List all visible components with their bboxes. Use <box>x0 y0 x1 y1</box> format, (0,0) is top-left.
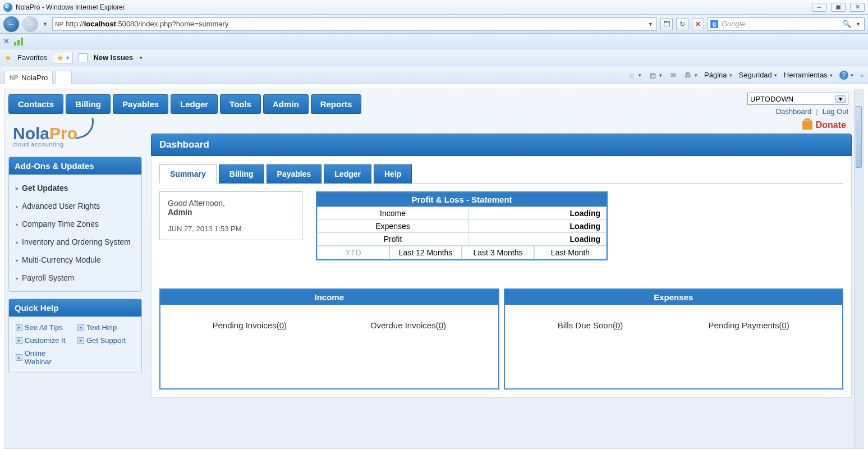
addon-item-rights[interactable]: Advanced User Rights <box>9 197 141 215</box>
bills-due-soon[interactable]: Bills Due Soon(0) <box>558 320 623 330</box>
subtab-summary[interactable]: Summary <box>159 164 217 184</box>
ie-logo-icon <box>3 3 12 12</box>
scrollbar[interactable] <box>854 89 863 448</box>
qh-support[interactable]: ▸Get Support <box>77 336 135 345</box>
pl-btn-ytd[interactable]: YTD <box>317 246 389 259</box>
tip-icon: ▸ <box>16 337 22 344</box>
overdue-invoices[interactable]: Overdue Invoices(0) <box>370 320 446 330</box>
app-frame: Contacts Billing Payables Ledger Tools A… <box>4 89 864 449</box>
tip-icon: ▸ <box>77 337 84 344</box>
greeting-timestamp: JUN 27, 2013 1:53 PM <box>168 224 294 233</box>
subtab-help[interactable]: Help <box>374 164 412 184</box>
compat-view-button[interactable]: 🗔 <box>660 18 673 30</box>
search-dropdown-icon[interactable]: ▼ <box>855 21 862 27</box>
menu-payables[interactable]: Payables <box>113 94 168 114</box>
pl-row-value: Loading <box>468 220 606 233</box>
menu-reports[interactable]: Reports <box>311 94 362 114</box>
addon-item-currency[interactable]: Multi-Currency Module <box>9 251 141 269</box>
donate-link[interactable]: Donate <box>802 120 846 130</box>
qh-see-tips[interactable]: ▸See All Tips <box>16 323 73 332</box>
quickhelp-panel: Quick Help ▸See All Tips ▸Text Help ▸Cus… <box>8 299 142 373</box>
back-button[interactable]: ← <box>3 16 19 32</box>
menu-billing[interactable]: Billing <box>66 94 111 114</box>
search-box[interactable]: g Google 🔍 ▼ <box>708 17 865 31</box>
tools-menu[interactable]: Herramientas▾ <box>784 71 834 79</box>
menu-ledger[interactable]: Ledger <box>171 94 218 114</box>
pl-btn-1m[interactable]: Last Month <box>534 246 607 259</box>
address-dropdown-icon[interactable]: ▼ <box>647 21 654 27</box>
tip-icon: ▸ <box>77 324 84 331</box>
addon-item-payroll[interactable]: Payroll System <box>9 269 141 287</box>
pl-btn-12m[interactable]: Last 12 Months <box>389 246 462 259</box>
pl-btn-3m[interactable]: Last 3 Months <box>462 246 534 259</box>
addon-item-inventory[interactable]: Inventory and Ordering System <box>9 233 141 251</box>
search-icon[interactable]: 🔍 <box>842 20 851 28</box>
new-tab-button[interactable] <box>55 71 72 84</box>
pl-row-value: Loading <box>468 233 606 246</box>
pl-row-label: Profit <box>318 233 469 246</box>
pl-title: Profit & Loss - Statement <box>317 193 607 207</box>
history-dropdown-icon[interactable]: ▼ <box>42 21 49 27</box>
pending-invoices[interactable]: Pending Invoices(0) <box>212 320 287 330</box>
search-placeholder: Google <box>722 20 745 28</box>
pending-payments[interactable]: Pending Payments(0) <box>709 320 789 330</box>
forward-button[interactable]: → <box>22 16 38 32</box>
tab-favicon: NP <box>10 74 18 81</box>
expand-icon[interactable]: » <box>860 72 864 79</box>
quickhelp-header: Quick Help <box>9 299 141 317</box>
viewport: Contacts Billing Payables Ledger Tools A… <box>0 84 868 449</box>
qh-customize[interactable]: ▸Customize It <box>16 336 73 345</box>
menu-admin[interactable]: Admin <box>263 94 309 114</box>
addons-header: Add-Ons & Updates <box>9 157 141 175</box>
profit-loss-widget: Profit & Loss - Statement IncomeLoading … <box>316 191 608 260</box>
addon-item-timezones[interactable]: Company Time Zones <box>9 215 141 233</box>
new-issues-link[interactable]: New Issues <box>93 53 133 62</box>
browser-tab[interactable]: NP NolaPro <box>4 71 53 84</box>
help-menu[interactable]: ?▾ <box>839 71 855 80</box>
page-menu[interactable]: Página▾ <box>704 71 733 79</box>
tip-icon: ▸ <box>16 354 22 361</box>
url-text: http://localhost:50080/index.php?home=su… <box>66 20 645 28</box>
greeting-user: Admin <box>168 208 192 217</box>
address-bar[interactable]: NP http://localhost:50080/index.php?home… <box>52 17 657 31</box>
rss-icon: ▤ <box>648 71 657 80</box>
subtab-ledger[interactable]: Ledger <box>324 164 371 184</box>
mail-button[interactable]: ✉ <box>669 71 678 80</box>
star-icon[interactable]: ★ <box>4 53 12 62</box>
new-issues-dropdown-icon[interactable]: ▾ <box>139 55 144 61</box>
window-title: NolaPro - Windows Internet Explorer <box>16 3 125 11</box>
subtab-payables[interactable]: Payables <box>267 164 322 184</box>
mail-icon: ✉ <box>669 71 678 80</box>
close-tab-icon[interactable]: ✕ <box>3 37 10 45</box>
addon-item-updates[interactable]: Get Updates <box>9 179 141 197</box>
dashboard-link[interactable]: Dashboard <box>776 107 812 116</box>
logout-link[interactable]: Log Out <box>823 107 848 116</box>
star-add-icon: ★ <box>57 53 64 62</box>
addons-panel: Add-Ons & Updates Get Updates Advanced U… <box>8 157 142 292</box>
security-menu[interactable]: Seguridad▾ <box>739 71 778 79</box>
favorites-label[interactable]: Favoritos <box>17 53 47 62</box>
refresh-button[interactable]: ↻ <box>676 18 688 30</box>
close-button[interactable]: ✕ <box>850 3 865 12</box>
menu-tools[interactable]: Tools <box>220 94 261 114</box>
pl-row-label: Income <box>318 207 469 220</box>
fav-add-button[interactable]: ★ ▾ <box>53 52 73 64</box>
company-select-value: UPTODOWN <box>750 95 793 103</box>
stop-button[interactable]: ✕ <box>692 18 704 30</box>
page-title: Dashboard <box>151 134 852 156</box>
page-icon <box>79 53 88 62</box>
income-card: Income Pending Invoices(0) Overdue Invoi… <box>159 288 499 390</box>
company-select[interactable]: UPTODOWN ▼ <box>747 93 848 105</box>
subtab-billing[interactable]: Billing <box>219 164 264 184</box>
menu-contacts[interactable]: Contacts <box>8 94 63 114</box>
greeting-box: Good Afternoon, Admin JUN 27, 2013 1:53 … <box>159 191 302 240</box>
print-menu[interactable]: 🖶▾ <box>683 71 699 80</box>
maximize-button[interactable]: ▣ <box>831 3 846 12</box>
minimize-button[interactable]: ─ <box>812 3 826 12</box>
scroll-thumb[interactable] <box>856 106 862 168</box>
qh-webinar[interactable]: ▸Online Webinar <box>16 349 73 366</box>
home-menu[interactable]: ⌂▾ <box>627 71 642 80</box>
qh-text-help[interactable]: ▸Text Help <box>77 323 135 332</box>
feeds-menu[interactable]: ▤▾ <box>648 71 663 80</box>
tab-strip: ✕ <box>0 34 868 49</box>
